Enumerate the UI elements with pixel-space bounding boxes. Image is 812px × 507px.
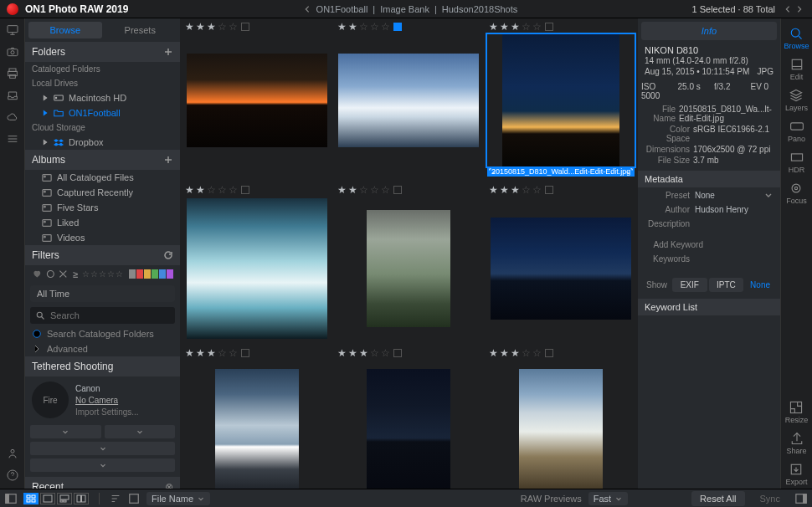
thumbnail-image[interactable] [487,34,635,166]
thumbnail-image[interactable] [487,197,635,340]
color-chip[interactable] [545,349,553,357]
description-row[interactable]: Description [638,217,780,231]
plus-icon[interactable] [163,155,173,165]
star-icon[interactable]: ★ [489,184,498,196]
thumbnail-image[interactable] [183,361,331,489]
star-icon[interactable]: ★ [196,347,205,359]
grid-view-btn[interactable] [23,493,39,504]
star-icon[interactable]: ★ [489,347,498,359]
color-chip[interactable] [393,349,402,357]
panel-left-icon[interactable] [5,493,17,504]
expand-icon[interactable] [626,167,634,175]
tether-dd-1a[interactable] [30,425,101,438]
expand-icon[interactable] [488,167,496,175]
crumb-1[interactable]: Image Bank [380,4,429,14]
album-item[interactable]: Captured Recently [25,185,180,200]
star-icon[interactable]: ★ [348,347,357,359]
rail-focus[interactable]: Focus [786,178,807,207]
star-icon[interactable]: ★ [185,347,194,359]
rail-share[interactable]: Share [786,428,806,458]
x-icon[interactable] [58,269,69,279]
camera-icon[interactable] [6,45,19,60]
star-icon[interactable]: ☆ [229,184,238,196]
star-icon[interactable]: ★ [489,21,498,33]
color-chip[interactable] [393,23,402,31]
keywords-row[interactable]: Keywords [638,252,780,266]
star-icon[interactable]: ☆ [218,347,227,359]
refresh-icon[interactable] [163,250,173,260]
star-icon[interactable]: ★ [337,21,347,33]
star-icon[interactable]: ☆ [532,347,542,359]
chevron-right-icon[interactable] [795,5,804,13]
metadata-header[interactable]: Metadata [638,171,780,187]
thumbnail-image[interactable] [183,34,331,166]
albums-header[interactable]: Albums [25,150,180,170]
chevron-down-icon[interactable] [763,190,773,200]
star-icon[interactable]: ★ [185,184,194,196]
chevron-left-icon[interactable] [784,5,792,13]
star-icon[interactable]: ★ [207,347,216,359]
star-icon[interactable]: ★ [500,184,509,196]
sort-asc-icon[interactable] [110,493,121,504]
star-icon[interactable]: ★ [348,21,357,33]
star-icon[interactable]: ★ [500,21,509,33]
tab-browse[interactable]: Browse [28,22,102,38]
author-row[interactable]: Author Hudson Henry [638,202,780,217]
star-icon[interactable]: ☆ [218,184,227,196]
tether-dd-3[interactable] [30,458,175,472]
thumbnail-tile[interactable]: ★★☆☆☆ [183,182,331,340]
star-icon[interactable]: ☆ [522,347,531,359]
star-icon[interactable]: ★ [348,184,357,196]
preset-row[interactable]: Preset None [638,187,780,202]
user-icon[interactable] [6,447,19,462]
crumb-2[interactable]: Hudson2018Shots [442,4,518,14]
thumbnail-image[interactable] [183,197,331,340]
folders-header[interactable]: Folders [25,42,180,62]
advanced-toggle[interactable]: Advanced [25,341,180,356]
thumbnail-tile[interactable]: ★★★☆☆ [183,18,331,177]
circle-icon[interactable] [45,269,56,279]
star-icon[interactable]: ★ [337,184,347,196]
star-icon[interactable]: ☆ [381,184,390,196]
sync-button[interactable]: Sync [752,491,789,506]
tether-dd-1b[interactable] [105,425,176,438]
thumbnail-tile[interactable]: ★★★☆☆20150815_D810_Wald...Edit-Edit-Edit… [487,18,635,177]
heart-icon[interactable] [32,269,43,279]
reset-all-button[interactable]: Reset All [691,491,744,506]
thumbnail-image[interactable] [336,197,483,340]
pill-exif[interactable]: EXIF [672,278,707,292]
star-icon[interactable]: ★ [196,21,205,33]
rail-hdr[interactable]: HDR [789,147,805,177]
star-icon[interactable]: ☆ [207,184,216,196]
cloud-icon[interactable] [6,110,19,125]
filters-header[interactable]: Filters [25,245,180,265]
recent-header[interactable]: Recent ⊗ [25,477,180,489]
clear-recent-icon[interactable]: ⊗ [165,481,173,489]
cloud-dropbox[interactable]: Dropbox [25,135,180,150]
tray-icon[interactable] [6,89,19,104]
compare-view-btn[interactable] [74,493,89,504]
album-item[interactable]: All Cataloged Files [25,170,180,185]
chevron-left-icon[interactable] [303,5,311,13]
filter-stars[interactable]: ☆☆☆☆☆ [82,269,123,279]
breadcrumb[interactable]: ON1Football| Image Bank| Hudson2018Shots [128,4,691,14]
stack-icon[interactable] [6,132,19,147]
pill-iptc[interactable]: IPTC [709,278,744,292]
color-swatches[interactable] [129,269,173,279]
filter-bar[interactable]: ≥ ☆☆☆☆☆ [25,265,180,283]
drive-on1football[interactable]: ON1Football [25,105,180,120]
alltime-input[interactable] [30,285,175,302]
printer-icon[interactable] [6,67,19,82]
star-icon[interactable]: ☆ [218,21,227,33]
fire-button[interactable]: Fire [32,382,69,418]
star-icon[interactable]: ☆ [370,21,379,33]
star-icon[interactable]: ★ [500,347,509,359]
rail-edit[interactable]: Edit [789,54,804,84]
star-icon[interactable]: ★ [511,347,520,359]
sort-dropdown[interactable]: File Name [146,492,210,505]
checkbox-icon[interactable] [128,493,140,504]
star-icon[interactable]: ☆ [381,347,390,359]
search-cataloged-check[interactable]: Search Cataloged Folders [25,326,180,341]
rawprev-dropdown[interactable]: Fast [588,492,628,505]
alltime-row[interactable] [25,283,180,305]
